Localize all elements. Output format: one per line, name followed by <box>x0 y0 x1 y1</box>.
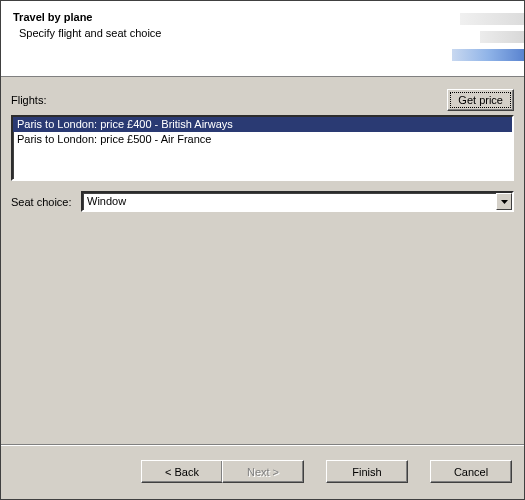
flights-listbox[interactable]: Paris to London: price £400 - British Ai… <box>11 115 514 181</box>
wizard-footer: < Back Next > Finish Cancel <box>1 444 524 498</box>
get-price-button[interactable]: Get price <box>447 89 514 111</box>
seat-choice-combobox[interactable]: Window <box>81 191 514 212</box>
list-item[interactable]: Paris to London: price £400 - British Ai… <box>13 117 512 132</box>
flights-label: Flights: <box>11 94 46 106</box>
page-subtitle: Specify flight and seat choice <box>19 27 512 39</box>
next-button: Next > <box>222 460 304 483</box>
seat-choice-value: Window <box>83 193 496 210</box>
content-area: Flights: Get price Paris to London: pric… <box>1 77 524 444</box>
page-title: Travel by plane <box>13 11 512 23</box>
chevron-down-icon[interactable] <box>496 193 512 210</box>
finish-button[interactable]: Finish <box>326 460 408 483</box>
header-decoration <box>452 1 524 77</box>
list-item[interactable]: Paris to London: price £500 - Air France <box>13 132 512 147</box>
back-button[interactable]: < Back <box>141 460 223 483</box>
seat-choice-label: Seat choice: <box>11 196 81 208</box>
cancel-button[interactable]: Cancel <box>430 460 512 483</box>
wizard-header: Travel by plane Specify flight and seat … <box>1 1 524 77</box>
